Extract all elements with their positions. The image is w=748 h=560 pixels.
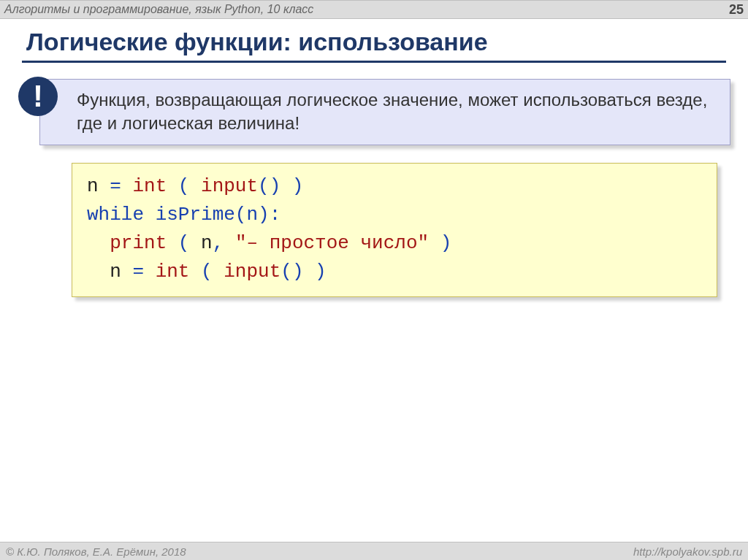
code-token: isPrime xyxy=(156,204,235,226)
code-token: print xyxy=(110,232,167,254)
code-box: n = int ( input() ) while isPrime(n): pr… xyxy=(72,163,717,297)
code-token xyxy=(144,204,156,226)
callout-text: Функция, возвращающая логическое значени… xyxy=(77,88,717,136)
footer-copyright: © К.Ю. Поляков, Е.А. Ерёмин, 2018 xyxy=(6,545,186,558)
code-token: (n): xyxy=(235,204,280,226)
code-token: ( xyxy=(167,232,201,254)
code-token: ( xyxy=(189,261,224,283)
code-token: while xyxy=(87,204,144,226)
code-token: "– простое число" xyxy=(235,232,429,254)
code-token xyxy=(87,232,110,254)
footer-bar: © К.Ю. Поляков, Е.А. Ерёмин, 2018 http:/… xyxy=(0,542,748,560)
code-token: int xyxy=(156,261,190,283)
header-bar: Алгоритмы и программирование, язык Pytho… xyxy=(0,0,748,19)
title-rule xyxy=(22,61,726,63)
code-token: n xyxy=(87,175,99,197)
callout-box: ! Функция, возвращающая логическое значе… xyxy=(39,79,730,145)
code-token: n xyxy=(110,261,121,283)
page-number: 25 xyxy=(729,2,744,18)
page-title: Логические функции: использование xyxy=(26,28,748,56)
code-token: ) xyxy=(429,232,451,254)
footer-link: http://kpolyakov.spb.ru xyxy=(633,545,742,558)
code-token: ( xyxy=(167,175,201,197)
code-token: n xyxy=(201,232,213,254)
code-token: , xyxy=(213,232,235,254)
code-token xyxy=(87,261,110,283)
code-token: = xyxy=(121,261,156,283)
code-token: () ) xyxy=(280,261,326,283)
code-token: () ) xyxy=(258,175,303,197)
code-token: = xyxy=(99,175,133,197)
code-token: input xyxy=(224,261,280,283)
breadcrumb: Алгоритмы и программирование, язык Pytho… xyxy=(4,3,313,16)
code-token: input xyxy=(201,175,258,197)
exclamation-icon: ! xyxy=(18,77,58,116)
code-token: int xyxy=(132,175,167,197)
